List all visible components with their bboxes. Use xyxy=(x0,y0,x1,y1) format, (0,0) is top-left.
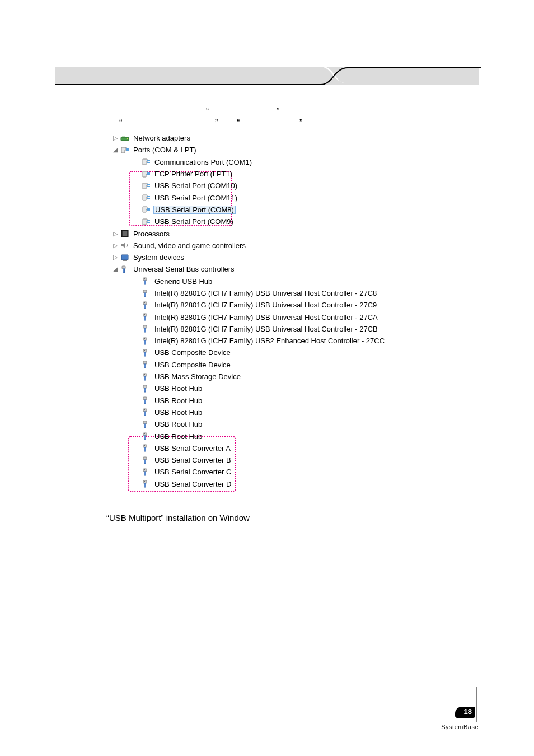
tree-label: Communications Port (COM1) xyxy=(154,158,252,166)
tree-item-com1[interactable]: Communications Port (COM1) xyxy=(132,156,424,168)
tree-label: Intel(R) 82801G (ICH7 Family) USB2 Enhan… xyxy=(154,337,385,344)
usb-icon xyxy=(141,301,151,310)
tree-item-lpt1[interactable]: ECP Printer Port (LPT1) xyxy=(132,168,424,180)
usb-icon xyxy=(141,468,151,477)
usb-icon xyxy=(141,372,151,381)
tree-item-system-devices[interactable]: ▷ System devices xyxy=(111,251,424,263)
port-icon xyxy=(141,181,151,190)
collapse-glyph[interactable]: ◢ xyxy=(112,266,118,272)
network-adapter-icon xyxy=(120,134,130,143)
page-header xyxy=(55,67,479,85)
port-icon xyxy=(120,146,130,155)
usb-icon xyxy=(120,265,130,274)
tree-item-intel-27cb[interactable]: Intel(R) 82801G (ICH7 Family) USB Univer… xyxy=(132,323,424,335)
tree-label: USB Mass Storage Device xyxy=(154,373,241,380)
quote-mark: ” xyxy=(299,118,302,128)
tree-item-usb-mass-storage[interactable]: USB Mass Storage Device xyxy=(132,371,424,382)
tree-item-usb-serial-com9[interactable]: USB Serial Port (COM9) xyxy=(132,216,424,227)
usb-icon xyxy=(141,360,151,369)
tree-label: USB Serial Converter D xyxy=(154,480,231,488)
usb-icon xyxy=(141,289,151,298)
port-icon xyxy=(141,157,151,166)
tree-label: USB Root Hub xyxy=(154,409,202,416)
tree-item-usb-serial-conv-c[interactable]: USB Serial Converter C xyxy=(132,466,424,478)
tree-item-usb-root-hub-4[interactable]: USB Root Hub xyxy=(132,418,424,430)
tree-label: USB Composite Device xyxy=(154,349,231,356)
tree-item-sound[interactable]: ▷ Sound, video and game controllers xyxy=(111,240,424,251)
tree-label: Universal Serial Bus controllers xyxy=(133,265,235,273)
tree-item-usb-root-hub-3[interactable]: USB Root Hub xyxy=(132,407,424,418)
port-icon xyxy=(141,170,151,179)
quote-mark: “ xyxy=(119,118,122,128)
tree-label: Ports (COM & LPT) xyxy=(133,146,196,153)
tree-item-network-adapters[interactable]: ▷ Network adapters xyxy=(111,132,424,144)
tree-item-usb-serial-conv-d[interactable]: USB Serial Converter D xyxy=(132,478,424,490)
usb-icon xyxy=(141,396,151,405)
port-icon xyxy=(141,217,151,226)
expand-glyph[interactable]: ▷ xyxy=(112,242,118,249)
usb-icon xyxy=(141,432,151,441)
collapse-glyph[interactable]: ◢ xyxy=(112,147,118,153)
tree-item-ports[interactable]: ◢ Ports (COM & LPT) xyxy=(111,144,424,156)
quote-mark: “ xyxy=(237,118,240,128)
tree-item-intel-27c9[interactable]: Intel(R) 82801G (ICH7 Family) USB Univer… xyxy=(132,299,424,311)
tree-label: USB Serial Converter C xyxy=(154,468,231,475)
quote-mark: “ xyxy=(206,106,209,116)
expand-glyph[interactable]: ▷ xyxy=(112,254,118,260)
tree-item-usb-serial-com8[interactable]: USB Serial Port (COM8) xyxy=(132,204,424,216)
usb-icon xyxy=(141,312,151,321)
tree-item-usb-serial-com10[interactable]: USB Serial Port (COM10) xyxy=(132,180,424,192)
tree-label: Processors xyxy=(133,230,170,237)
processor-icon xyxy=(120,229,130,238)
tree-item-usb-root-hub-2[interactable]: USB Root Hub xyxy=(132,395,424,407)
tree-label: USB Serial Converter B xyxy=(154,456,231,464)
tree-label: USB Root Hub xyxy=(154,433,202,440)
tree-item-intel-27cc[interactable]: Intel(R) 82801G (ICH7 Family) USB2 Enhan… xyxy=(132,335,424,347)
tree-label: USB Serial Converter A xyxy=(154,445,231,452)
tree-label: Intel(R) 82801G (ICH7 Family) USB Univer… xyxy=(154,290,377,297)
tree-item-usb-serial-conv-b[interactable]: USB Serial Converter B xyxy=(132,454,424,466)
usb-icon xyxy=(141,444,151,452)
tree-item-usb-serial-conv-a[interactable]: USB Serial Converter A xyxy=(132,442,424,454)
expand-glyph[interactable]: ▷ xyxy=(112,135,118,141)
tree-item-usb-serial-com11[interactable]: USB Serial Port (COM11) xyxy=(132,192,424,203)
sound-icon xyxy=(120,241,130,250)
tree-label: ECP Printer Port (LPT1) xyxy=(154,170,232,178)
tree-label: USB Composite Device xyxy=(154,361,231,368)
tree-label: Intel(R) 82801G (ICH7 Family) USB Univer… xyxy=(154,325,378,333)
tree-label: USB Root Hub xyxy=(154,385,202,392)
tree-label-selected: USB Serial Port (COM8) xyxy=(153,206,236,214)
tree-item-intel-27ca[interactable]: Intel(R) 82801G (ICH7 Family) USB Univer… xyxy=(132,311,424,323)
tree-label: Generic USB Hub xyxy=(154,278,212,285)
usb-icon xyxy=(141,324,151,333)
tree-item-processors[interactable]: ▷ Processors xyxy=(111,227,424,239)
tree-item-usb-composite-1[interactable]: USB Composite Device xyxy=(132,347,424,358)
tree-item-usb-root-hub-1[interactable]: USB Root Hub xyxy=(132,382,424,394)
header-swoosh xyxy=(55,67,481,94)
usb-icon xyxy=(141,408,151,417)
tree-label: USB Serial Port (COM11) xyxy=(154,194,237,202)
tree-item-generic-usb-hub[interactable]: Generic USB Hub xyxy=(132,276,424,287)
tree-item-usb-composite-2[interactable]: USB Composite Device xyxy=(132,359,424,371)
port-icon xyxy=(141,205,151,214)
usb-icon xyxy=(141,456,151,465)
tree-item-intel-27c8[interactable]: Intel(R) 82801G (ICH7 Family) USB Univer… xyxy=(132,287,424,299)
tree-label: System devices xyxy=(133,254,184,261)
tree-label: USB Root Hub xyxy=(154,397,202,404)
usb-icon xyxy=(141,348,151,357)
footer-brand: SystemBase xyxy=(441,724,479,730)
tree-label: Intel(R) 82801G (ICH7 Family) USB Univer… xyxy=(154,301,377,309)
usb-icon xyxy=(141,384,151,393)
usb-icon xyxy=(141,420,151,429)
tree-label: USB Serial Port (COM9) xyxy=(154,218,233,225)
figure-caption: “USB Multiport” installation on Window xyxy=(106,513,250,522)
usb-icon xyxy=(141,337,151,346)
expand-glyph[interactable]: ▷ xyxy=(112,231,118,237)
usb-icon xyxy=(141,277,151,286)
tree-label: USB Serial Port (COM10) xyxy=(154,182,237,189)
tree-label: Intel(R) 82801G (ICH7 Family) USB Univer… xyxy=(154,314,378,321)
page-number: 18 xyxy=(464,707,472,716)
footer-rule xyxy=(475,687,479,722)
tree-item-usb-controllers[interactable]: ◢ Universal Serial Bus controllers xyxy=(111,263,424,275)
tree-item-usb-root-hub-5[interactable]: USB Root Hub xyxy=(132,430,424,442)
